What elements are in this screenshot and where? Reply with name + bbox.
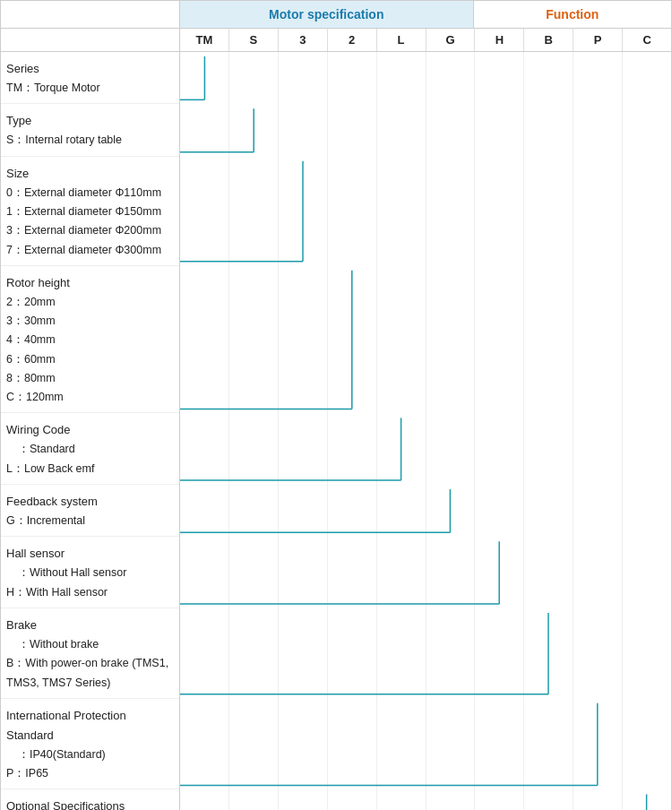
- ip-item-2: P：IP65: [6, 764, 174, 783]
- motor-spec-header: Motor specification: [180, 1, 474, 28]
- feedback-item-1: G：Incremental: [6, 512, 174, 530]
- section-wiring: Wiring Code ：Standard L：Low Back emf: [1, 413, 179, 485]
- size-item-2: 1：External diameter Φ150mm: [6, 202, 174, 221]
- col-H: H: [475, 29, 524, 51]
- column-labels-row: TM S 3 2 L G H B P C: [0, 28, 672, 51]
- rotor-item-1: 2：20mm: [6, 293, 174, 312]
- col-TM: TM: [180, 29, 229, 51]
- rotor-item-5: 8：80mm: [6, 369, 174, 388]
- series-item-1: TM：Torque Motor: [6, 79, 174, 98]
- section-ip: International Protection Standard ：IP40(…: [1, 699, 179, 790]
- feedback-title: Feedback system: [6, 492, 174, 512]
- section-optional: Optional Specifications ：Standard C：Cust…: [1, 789, 179, 810]
- brake-title: Brake: [6, 616, 174, 635]
- type-item-1: S：Internal rotary table: [6, 131, 174, 150]
- header-left-spacer: [1, 1, 180, 28]
- ip-title: International Protection Standard: [6, 706, 174, 745]
- col-2: 2: [328, 29, 377, 51]
- col-left-spacer: [1, 29, 180, 51]
- wiring-title: Wiring Code: [6, 420, 174, 440]
- wiring-item-1: ：Standard: [6, 440, 174, 459]
- hall-item-2: H：With Hall sensor: [6, 583, 174, 602]
- section-feedback: Feedback system G：Incremental: [1, 485, 179, 537]
- series-title: Series: [6, 59, 174, 79]
- optional-title: Optional Specifications: [6, 797, 174, 810]
- wiring-item-2: L：Low Back emf: [6, 460, 174, 478]
- section-brake: Brake ：Without brake B：With power-on bra…: [1, 608, 179, 699]
- content-area: Series TM：Torque Motor Type S：Internal r…: [0, 51, 672, 810]
- size-title: Size: [6, 164, 174, 184]
- type-title: Type: [6, 111, 174, 131]
- section-series: Series TM：Torque Motor: [1, 52, 179, 104]
- section-rotor-height: Rotor height 2：20mm 3：30mm 4：40mm 6：60mm…: [1, 266, 179, 414]
- hall-title: Hall sensor: [6, 544, 174, 564]
- main-container: Motor specification Function TM S 3 2 L …: [0, 0, 672, 810]
- col-L: L: [377, 29, 426, 51]
- rotor-item-6: C：120mm: [6, 388, 174, 407]
- col-3: 3: [279, 29, 328, 51]
- rotor-item-2: 3：30mm: [6, 312, 174, 331]
- col-P: P: [573, 29, 623, 51]
- size-item-4: 7：External diameter Φ300mm: [6, 241, 174, 260]
- size-item-3: 3：External diameter Φ200mm: [6, 221, 174, 240]
- rotor-item-3: 4：40mm: [6, 331, 174, 349]
- bracket-lines-svg: [180, 52, 671, 810]
- rotor-item-4: 6：60mm: [6, 350, 174, 369]
- size-item-1: 0：External diameter Φ110mm: [6, 184, 174, 202]
- brake-item-2: B：With power-on brake (TMS1, TMS3, TMS7 …: [6, 654, 174, 693]
- col-C: C: [623, 29, 671, 51]
- hall-item-1: ：Without Hall sensor: [6, 564, 174, 582]
- section-hall: Hall sensor ：Without Hall sensor H：With …: [1, 537, 179, 608]
- section-size: Size 0：External diameter Φ110mm 1：Extern…: [1, 157, 179, 266]
- rotor-title: Rotor height: [6, 273, 174, 293]
- brake-item-1: ：Without brake: [6, 635, 174, 654]
- col-S: S: [229, 29, 279, 51]
- section-type: Type S：Internal rotary table: [1, 104, 179, 156]
- right-column-area: [180, 52, 671, 810]
- left-descriptions: Series TM：Torque Motor Type S：Internal r…: [1, 52, 180, 810]
- col-B: B: [524, 29, 573, 51]
- ip-item-1: ：IP40(Standard): [6, 745, 174, 764]
- col-G: G: [426, 29, 476, 51]
- function-header: Function: [474, 1, 671, 28]
